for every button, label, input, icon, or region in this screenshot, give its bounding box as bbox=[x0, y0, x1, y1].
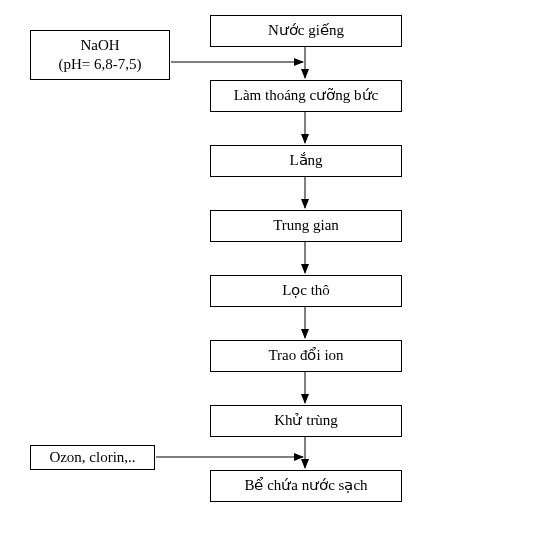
process-box-1: Nước giếng bbox=[210, 15, 402, 47]
process-label: Lắng bbox=[289, 151, 322, 171]
side-box-ozon: Ozon, clorin,.. bbox=[30, 445, 155, 470]
side-box-line1: NaOH bbox=[80, 36, 119, 56]
process-label: Khử trùng bbox=[274, 411, 338, 431]
process-label: Nước giếng bbox=[268, 21, 344, 41]
process-label: Lọc thô bbox=[282, 281, 330, 301]
side-box-label: Ozon, clorin,.. bbox=[49, 448, 135, 468]
process-box-5: Lọc thô bbox=[210, 275, 402, 307]
process-box-4: Trung gian bbox=[210, 210, 402, 242]
process-box-2: Làm thoáng cưỡng bức bbox=[210, 80, 402, 112]
process-label: Bể chứa nước sạch bbox=[244, 476, 367, 496]
process-label: Trung gian bbox=[273, 216, 339, 236]
process-box-7: Khử trùng bbox=[210, 405, 402, 437]
process-box-3: Lắng bbox=[210, 145, 402, 177]
process-box-6: Trao đổi ion bbox=[210, 340, 402, 372]
side-box-line2: (pH= 6,8-7,5) bbox=[58, 55, 141, 75]
side-box-naoh: NaOH (pH= 6,8-7,5) bbox=[30, 30, 170, 80]
process-label: Trao đổi ion bbox=[268, 346, 343, 366]
process-box-8: Bể chứa nước sạch bbox=[210, 470, 402, 502]
process-label: Làm thoáng cưỡng bức bbox=[234, 86, 378, 106]
